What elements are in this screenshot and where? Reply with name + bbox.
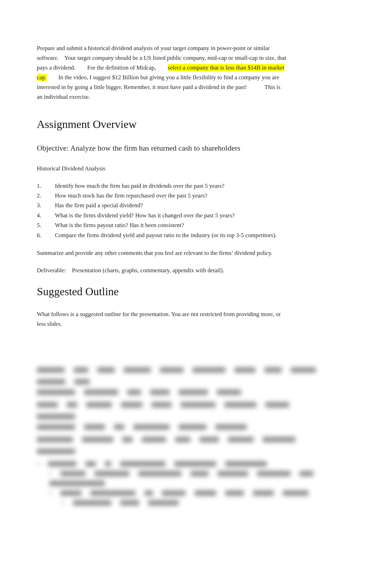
question-item: Has the firm paid a special dividend? (37, 201, 287, 210)
objective-heading: Objective: Analyze how the firm has retu… (37, 142, 334, 154)
bullet-icon (49, 473, 51, 475)
blurred-line (37, 424, 334, 430)
blurred-bullet-row (37, 471, 334, 476)
outline-intro-text: What follows is a suggested outline for … (37, 309, 287, 329)
blurred-line (37, 437, 334, 454)
blurred-bullet-row (37, 481, 334, 486)
blurred-line (37, 367, 334, 385)
intro-text-after: In the video, I suggest $12 Billion but … (37, 74, 280, 100)
question-item: Compare the firms dividend yield and pay… (37, 231, 287, 240)
blurred-bullet-row (37, 461, 334, 467)
blurred-line (37, 389, 334, 395)
question-item: What is the firms payout ratio? Has it b… (37, 221, 287, 230)
deliverable-text: Deliverable: Presentation (charts, graph… (37, 266, 287, 275)
question-item: What is the firms dividend yield? How ha… (37, 211, 287, 220)
blurred-bullet-row (37, 500, 334, 506)
blurred-line (37, 402, 334, 419)
questions-list: Identify how much the firm has paid in d… (37, 182, 287, 240)
summary-text: Summarize and provide any other comments… (37, 248, 287, 258)
blurred-bullet-row (37, 490, 334, 496)
bullet-icon (37, 463, 39, 465)
suggested-outline-heading: Suggested Outline (37, 283, 334, 300)
assignment-overview-heading: Assignment Overview (37, 116, 334, 132)
historical-dividend-subhead: Historical Dividend Analysis (37, 164, 334, 173)
bullet-icon (62, 502, 64, 504)
question-item: Identify how much the firm has paid in d… (37, 182, 287, 191)
bullet-icon (49, 492, 51, 494)
intro-paragraph: Prepare and submit a historical dividend… (37, 43, 287, 102)
question-item: How much stock has the firm repurchased … (37, 191, 287, 200)
blurred-preview-region (37, 367, 334, 506)
